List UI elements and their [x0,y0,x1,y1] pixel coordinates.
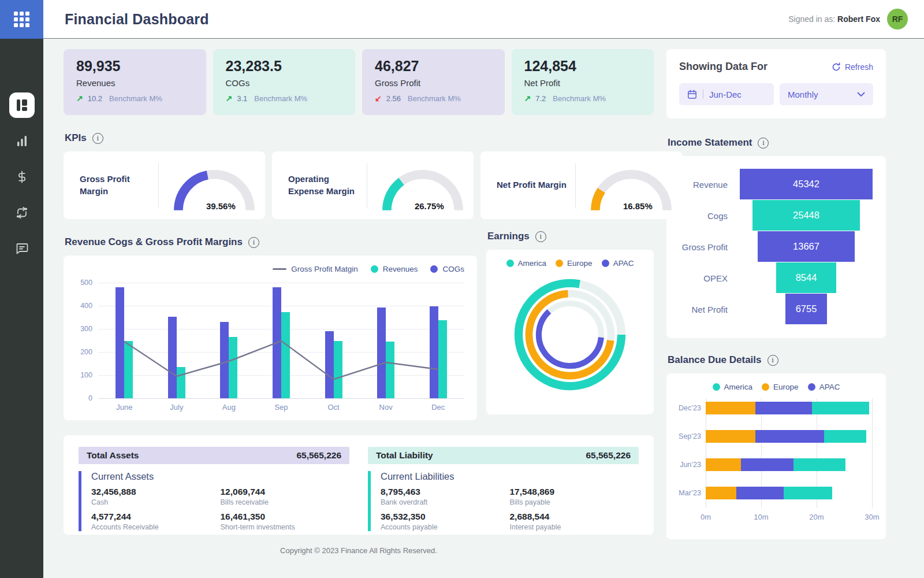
legend-item[interactable]: Europe [762,383,799,391]
info-icon[interactable]: i [767,355,778,366]
legend-label: APAC [613,259,634,268]
dot-swatch [371,265,378,273]
funnel-label: Cogs [676,211,736,221]
info-icon[interactable]: i [248,237,259,248]
dot-swatch [430,265,438,273]
x-tick-label: 10m [754,513,768,521]
item-value: 32,456,888 [91,487,221,497]
kpi-label: Gross Profit Margin [80,173,154,197]
benchmark-label: Benchmark M% [408,94,461,103]
legend-label: Revenues [383,265,418,273]
totals-body: Current Assets32,456,888Cash12,069,744Bi… [79,471,349,531]
totals-item: 36,532,350Accounts payable [381,512,510,531]
kpis-section-title: KPIs [65,132,87,144]
item-label: Accounts Receivable [91,523,221,531]
legend-item[interactable]: America [506,259,547,268]
delta-value: 2.56 [386,94,401,103]
stat-delta: ↙2.56Benchmark M% [375,94,492,103]
item-value: 12,069,744 [221,487,350,497]
info-icon[interactable]: i [92,133,103,144]
legend-item[interactable]: APAC [602,259,634,268]
legend-item[interactable]: APAC [808,383,840,391]
stat-card: 124,854Net Profit↗7.2Benchmark M% [512,49,654,115]
totals-header: Total Assets65,565,226 [79,447,349,464]
sidebar-item-messages[interactable] [9,236,35,261]
calendar-icon [687,90,697,99]
stat-card: 23,283.5COGs↗3.1Benchmark M% [213,49,356,115]
stat-cards-row: 89,935Revenues↗10.2Benchmark M%23,283.5C… [64,49,654,115]
refresh-button[interactable]: Refresh [832,62,873,72]
totals-item: 16,461,350Short-term investments [221,512,350,531]
y-axis-labels: 0100200300400500 [76,283,98,398]
refresh-icon [832,62,841,72]
kpi-gauge-card: Operating Expense Margin26.75% [272,151,474,219]
totals-title: Total Assets [87,450,139,461]
totals-item: 4,577,244Accounts Receivable [91,512,221,531]
frequency-select[interactable]: Monthly [780,83,873,105]
dot-swatch [602,260,609,267]
info-icon[interactable]: i [758,138,769,149]
legend-item[interactable]: America [713,383,753,391]
item-label: Bank overdraft [381,498,510,506]
footer-copyright: Copyright © 2023 Finance All Rights Rese… [64,546,654,555]
totals-header: Total Liability65,565,226 [368,447,639,464]
delta-value: 3.1 [237,94,247,103]
y-tick-label: 500 [80,279,92,287]
sidebar-item-transactions[interactable] [9,200,35,225]
bar-track [706,487,872,499]
funnel-label: Net Profit [676,305,736,314]
line-swatch [273,268,286,270]
app-launcher-button[interactable] [0,0,43,39]
legend-item[interactable]: COGs [430,265,464,273]
income-statement-card: Revenue45342Cogs25448Gross Profit13667OP… [666,156,886,338]
segment-america [824,430,866,443]
delta-value: 7.2 [535,94,546,103]
item-label: Interest payable [510,523,639,531]
sidebar-item-dashboard[interactable] [9,92,35,118]
totals-grid: 8,795,463Bank overdraft17,548,869Bills p… [381,487,639,531]
funnel-label: Gross Profit [676,242,736,252]
category-label: Dec’23 [676,404,701,412]
legend-item[interactable]: Revenues [371,265,418,273]
x-tick-label: Sep [274,403,288,412]
sidebar-item-finance[interactable] [9,164,35,190]
x-tick-label: 20m [809,513,824,521]
dot-swatch [556,260,563,267]
legend-label: America [518,259,547,268]
page-title: Financial Dashboard [65,11,209,28]
segment-apac [755,402,812,414]
kpi-label: Operating Expense Margin [288,173,362,197]
totals-item: 12,069,744Bills receivable [221,487,350,506]
bar-track [706,430,872,443]
category-label: Jun’23 [676,461,701,469]
stat-value: 23,283.5 [226,58,343,75]
x-tick-label: Aug [222,403,236,412]
stat-label: Net Profit [524,78,642,88]
legend-item[interactable]: Europe [556,259,593,268]
stat-value: 46,827 [375,58,492,75]
balance-due-card: AmericaEuropeAPAC Dec’23Sep’23Jun’23Mar’… [666,373,886,539]
funnel-bar: 25448 [752,200,860,231]
funnel-value: 13667 [793,241,819,252]
bar-track [706,402,872,414]
legend-label: America [724,383,753,391]
kpi-label: Net Profit Margin [497,179,571,191]
stat-label: Revenues [76,78,193,88]
sidebar-item-analytics[interactable] [9,128,35,154]
x-tick-label: 30m [865,513,879,521]
funnel-zone: 45342 [736,169,877,200]
segment-apac [755,430,824,443]
item-value: 36,532,350 [381,512,510,522]
earnings-chart-card: AmericaEuropeAPAC [486,250,654,414]
stat-label: COGs [226,78,343,88]
date-range-input[interactable]: Jun-Dec [679,83,774,105]
divider [575,163,576,208]
avatar[interactable]: RF [887,9,908,29]
earnings-title: Earnings [487,231,530,242]
item-value: 2,688,544 [510,512,639,522]
funnel-bar: 6755 [785,294,827,324]
gauge: 26.75% [378,162,468,213]
legend-item[interactable]: Gross Profit Matgin [273,265,358,273]
info-icon[interactable]: i [535,231,546,242]
segment-america [784,487,832,499]
